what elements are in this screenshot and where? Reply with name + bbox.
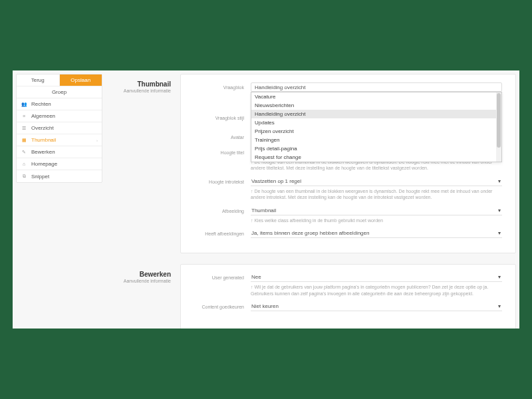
sidebar-item-overzicht[interactable]: ☰ Overzicht bbox=[17, 122, 102, 134]
dropdown-option[interactable]: Request for change bbox=[251, 153, 501, 162]
hoogte-intro-help: De hoogte van een thumbnail in de blokke… bbox=[251, 188, 502, 201]
dropdown-option[interactable]: Prijs detail-pagina bbox=[251, 144, 501, 153]
sidebar-item-label: Overzicht bbox=[31, 125, 98, 131]
sidebar: Terug Opslaan Groep 👥 Rechten ≡ Algemeen… bbox=[16, 74, 102, 183]
sidebar-item-label: Algemeen bbox=[31, 113, 98, 119]
thumbnail-panel: Vraagblok Handleiding overzicht Vacature… bbox=[180, 74, 516, 253]
chevron-right-icon: › bbox=[96, 138, 98, 142]
dropdown-option[interactable]: Vacature bbox=[251, 92, 501, 101]
sidebar-item-algemeen[interactable]: ≡ Algemeen bbox=[17, 110, 102, 122]
sidebar-item-label: Thumbnail bbox=[31, 137, 92, 143]
select-value: Thumbnail bbox=[251, 207, 276, 213]
section-subtitle: Aanvullende informatie bbox=[112, 279, 171, 283]
label-vraagblok-stijl: Vraagblok stijl bbox=[194, 113, 251, 120]
heeft-afb-select[interactable]: Ja, items binnen deze groep hebben afbee… bbox=[251, 229, 502, 238]
dropdown-option[interactable]: Handleiding overzicht bbox=[251, 110, 501, 118]
row-content-goedkeuren: Content goedkeuren Niet keuren bbox=[194, 302, 502, 311]
scrollbar-thumb[interactable] bbox=[497, 93, 501, 148]
code-icon: ⧉ bbox=[21, 173, 27, 180]
section-title: Thumbnail bbox=[112, 80, 171, 88]
section-subtitle: Aanvullende informatie bbox=[112, 88, 171, 93]
hoogte-intro-select[interactable]: Vastzetten op 1 regel bbox=[251, 177, 502, 186]
back-button-label: Terug bbox=[31, 77, 45, 83]
afbeelding-help: Kies welke class afbeelding in de thumb … bbox=[251, 217, 502, 223]
vraagblok-value: Handleiding overzicht bbox=[255, 84, 306, 90]
dropdown-scrollbar[interactable] bbox=[496, 92, 501, 162]
list-icon: ☰ bbox=[21, 125, 27, 132]
sidebar-group-header: Groep bbox=[17, 86, 102, 98]
section-title: Bewerken bbox=[112, 271, 171, 278]
save-button[interactable]: Opslaan bbox=[60, 74, 102, 86]
row-hoogte-intro: Hoogte introtekst Vastzetten op 1 regel … bbox=[194, 177, 502, 201]
row-vraagblok: Vraagblok Handleiding overzicht Vacature… bbox=[194, 82, 502, 92]
main-content: Thumbnail Aanvullende informatie Vraagbl… bbox=[112, 74, 516, 329]
bewerken-panel: User generated Nee Wil je dat de gebruik… bbox=[180, 264, 516, 329]
sidebar-item-label: Snippet bbox=[31, 174, 98, 180]
sidebar-top-actions: Terug Opslaan bbox=[17, 74, 102, 86]
label-user-generated: User generated bbox=[194, 273, 251, 280]
dropdown-option[interactable]: Prijzen overzicht bbox=[251, 127, 501, 136]
label-hoogte-titel: Hoogte titel bbox=[194, 148, 251, 155]
sidebar-item-label: Rechten bbox=[31, 101, 98, 107]
select-value: Vastzetten op 1 regel bbox=[251, 178, 301, 184]
pencil-icon: ✎ bbox=[21, 149, 27, 156]
sidebar-item-snippet[interactable]: ⧉ Snippet bbox=[17, 170, 102, 182]
select-value: Ja, items binnen deze groep hebben afbee… bbox=[251, 230, 369, 236]
dropdown-option[interactable]: Updates bbox=[251, 118, 501, 127]
label-afbeelding: Afbeelding bbox=[194, 206, 251, 213]
save-button-label: Opslaan bbox=[70, 77, 90, 83]
afbeelding-select[interactable]: Thumbnail bbox=[251, 206, 502, 215]
content-goedkeuren-select[interactable]: Niet keuren bbox=[251, 302, 502, 311]
sidebar-item-thumbnail[interactable]: ▦ Thumbnail › bbox=[17, 134, 102, 146]
sliders-icon: ≡ bbox=[21, 113, 27, 120]
select-value: Nee bbox=[251, 274, 261, 280]
back-button[interactable]: Terug bbox=[17, 74, 60, 86]
user-icon: 👥 bbox=[21, 101, 27, 108]
row-user-generated: User generated Nee Wil je dat de gebruik… bbox=[194, 273, 502, 297]
section-bewerken: Bewerken Aanvullende informatie User gen… bbox=[112, 264, 516, 329]
sidebar-item-rechten[interactable]: 👥 Rechten bbox=[17, 98, 102, 110]
dropdown-option[interactable]: Nieuwsberichten bbox=[251, 101, 501, 110]
section-title-block: Bewerken Aanvullende informatie bbox=[112, 264, 171, 329]
section-title-block: Thumbnail Aanvullende informatie bbox=[112, 74, 171, 253]
sidebar-item-bewerken[interactable]: ✎ Bewerken bbox=[17, 146, 102, 158]
row-heeft-afb: Heeft afbeeldingen Ja, items binnen deze… bbox=[194, 229, 502, 238]
label-content-goedkeuren: Content goedkeuren bbox=[194, 302, 251, 309]
vraagblok-input[interactable]: Handleiding overzicht bbox=[251, 82, 502, 92]
label-avatar: Avatar bbox=[194, 132, 251, 140]
label-heeft-afb: Heeft afbeeldingen bbox=[194, 229, 251, 236]
section-thumbnail: Thumbnail Aanvullende informatie Vraagbl… bbox=[112, 74, 516, 253]
label-vraagblok: Vraagblok bbox=[194, 82, 251, 90]
sidebar-item-label: Bewerken bbox=[31, 149, 98, 155]
user-generated-help: Wil je dat de gebruikers van jouw platfo… bbox=[251, 284, 502, 297]
user-generated-select[interactable]: Nee bbox=[251, 273, 502, 282]
home-icon: ⌂ bbox=[21, 161, 27, 168]
group-label: Groep bbox=[52, 89, 66, 95]
dropdown-option[interactable]: Trainingen bbox=[251, 136, 501, 144]
grid-icon: ▦ bbox=[21, 137, 27, 144]
sidebar-item-label: Homepage bbox=[31, 161, 98, 167]
vraagblok-dropdown[interactable]: Vacature Nieuwsberichten Handleiding ove… bbox=[251, 92, 502, 162]
row-afbeelding: Afbeelding Thumbnail Kies welke class af… bbox=[194, 206, 502, 223]
label-hoogte-intro: Hoogte introtekst bbox=[194, 177, 251, 184]
sidebar-item-homepage[interactable]: ⌂ Homepage bbox=[17, 158, 102, 170]
select-value: Niet keuren bbox=[251, 303, 279, 309]
